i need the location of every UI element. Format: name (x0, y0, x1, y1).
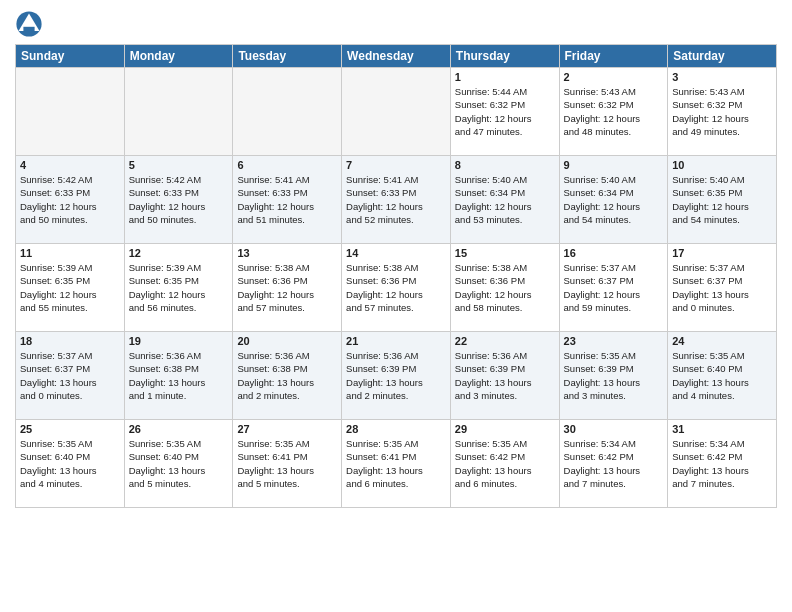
day-number: 27 (237, 423, 337, 435)
day-info: Sunrise: 5:44 AM Sunset: 6:32 PM Dayligh… (455, 85, 555, 138)
day-number: 3 (672, 71, 772, 83)
calendar-cell: 31Sunrise: 5:34 AM Sunset: 6:42 PM Dayli… (668, 420, 777, 508)
day-number: 11 (20, 247, 120, 259)
calendar-cell (16, 68, 125, 156)
day-number: 17 (672, 247, 772, 259)
day-number: 26 (129, 423, 229, 435)
day-info: Sunrise: 5:36 AM Sunset: 6:38 PM Dayligh… (129, 349, 229, 402)
day-info: Sunrise: 5:38 AM Sunset: 6:36 PM Dayligh… (455, 261, 555, 314)
day-number: 8 (455, 159, 555, 171)
day-number: 12 (129, 247, 229, 259)
calendar-cell: 10Sunrise: 5:40 AM Sunset: 6:35 PM Dayli… (668, 156, 777, 244)
calendar-header-thursday: Thursday (450, 45, 559, 68)
logo-icon (15, 10, 43, 38)
calendar-cell (124, 68, 233, 156)
day-info: Sunrise: 5:36 AM Sunset: 6:39 PM Dayligh… (346, 349, 446, 402)
calendar-week-row: 18Sunrise: 5:37 AM Sunset: 6:37 PM Dayli… (16, 332, 777, 420)
calendar-cell: 7Sunrise: 5:41 AM Sunset: 6:33 PM Daylig… (342, 156, 451, 244)
calendar-header-tuesday: Tuesday (233, 45, 342, 68)
calendar-cell: 14Sunrise: 5:38 AM Sunset: 6:36 PM Dayli… (342, 244, 451, 332)
day-number: 25 (20, 423, 120, 435)
day-number: 18 (20, 335, 120, 347)
calendar-cell: 20Sunrise: 5:36 AM Sunset: 6:38 PM Dayli… (233, 332, 342, 420)
calendar-cell: 17Sunrise: 5:37 AM Sunset: 6:37 PM Dayli… (668, 244, 777, 332)
day-info: Sunrise: 5:35 AM Sunset: 6:42 PM Dayligh… (455, 437, 555, 490)
logo (15, 10, 47, 38)
day-number: 24 (672, 335, 772, 347)
calendar-cell: 15Sunrise: 5:38 AM Sunset: 6:36 PM Dayli… (450, 244, 559, 332)
day-info: Sunrise: 5:38 AM Sunset: 6:36 PM Dayligh… (237, 261, 337, 314)
calendar-cell: 24Sunrise: 5:35 AM Sunset: 6:40 PM Dayli… (668, 332, 777, 420)
day-number: 5 (129, 159, 229, 171)
day-number: 22 (455, 335, 555, 347)
calendar-header-saturday: Saturday (668, 45, 777, 68)
calendar-cell: 6Sunrise: 5:41 AM Sunset: 6:33 PM Daylig… (233, 156, 342, 244)
day-info: Sunrise: 5:37 AM Sunset: 6:37 PM Dayligh… (564, 261, 664, 314)
day-info: Sunrise: 5:35 AM Sunset: 6:40 PM Dayligh… (672, 349, 772, 402)
calendar-cell: 30Sunrise: 5:34 AM Sunset: 6:42 PM Dayli… (559, 420, 668, 508)
calendar-week-row: 11Sunrise: 5:39 AM Sunset: 6:35 PM Dayli… (16, 244, 777, 332)
day-info: Sunrise: 5:42 AM Sunset: 6:33 PM Dayligh… (129, 173, 229, 226)
day-number: 7 (346, 159, 446, 171)
calendar-week-row: 25Sunrise: 5:35 AM Sunset: 6:40 PM Dayli… (16, 420, 777, 508)
day-info: Sunrise: 5:43 AM Sunset: 6:32 PM Dayligh… (672, 85, 772, 138)
day-number: 31 (672, 423, 772, 435)
day-info: Sunrise: 5:34 AM Sunset: 6:42 PM Dayligh… (564, 437, 664, 490)
calendar-header-row: SundayMondayTuesdayWednesdayThursdayFrid… (16, 45, 777, 68)
day-number: 4 (20, 159, 120, 171)
day-info: Sunrise: 5:41 AM Sunset: 6:33 PM Dayligh… (346, 173, 446, 226)
calendar-cell: 22Sunrise: 5:36 AM Sunset: 6:39 PM Dayli… (450, 332, 559, 420)
day-info: Sunrise: 5:37 AM Sunset: 6:37 PM Dayligh… (672, 261, 772, 314)
calendar-cell: 9Sunrise: 5:40 AM Sunset: 6:34 PM Daylig… (559, 156, 668, 244)
day-number: 29 (455, 423, 555, 435)
day-number: 30 (564, 423, 664, 435)
calendar-header-sunday: Sunday (16, 45, 125, 68)
calendar-cell: 19Sunrise: 5:36 AM Sunset: 6:38 PM Dayli… (124, 332, 233, 420)
day-number: 13 (237, 247, 337, 259)
day-info: Sunrise: 5:35 AM Sunset: 6:40 PM Dayligh… (20, 437, 120, 490)
day-info: Sunrise: 5:43 AM Sunset: 6:32 PM Dayligh… (564, 85, 664, 138)
day-number: 14 (346, 247, 446, 259)
calendar-cell: 2Sunrise: 5:43 AM Sunset: 6:32 PM Daylig… (559, 68, 668, 156)
day-number: 19 (129, 335, 229, 347)
day-info: Sunrise: 5:34 AM Sunset: 6:42 PM Dayligh… (672, 437, 772, 490)
day-number: 28 (346, 423, 446, 435)
page: SundayMondayTuesdayWednesdayThursdayFrid… (0, 0, 792, 612)
calendar-cell: 23Sunrise: 5:35 AM Sunset: 6:39 PM Dayli… (559, 332, 668, 420)
day-number: 9 (564, 159, 664, 171)
calendar-week-row: 4Sunrise: 5:42 AM Sunset: 6:33 PM Daylig… (16, 156, 777, 244)
calendar-header-friday: Friday (559, 45, 668, 68)
calendar-cell: 5Sunrise: 5:42 AM Sunset: 6:33 PM Daylig… (124, 156, 233, 244)
day-number: 2 (564, 71, 664, 83)
calendar-cell: 29Sunrise: 5:35 AM Sunset: 6:42 PM Dayli… (450, 420, 559, 508)
calendar-cell: 13Sunrise: 5:38 AM Sunset: 6:36 PM Dayli… (233, 244, 342, 332)
day-info: Sunrise: 5:41 AM Sunset: 6:33 PM Dayligh… (237, 173, 337, 226)
day-info: Sunrise: 5:38 AM Sunset: 6:36 PM Dayligh… (346, 261, 446, 314)
day-number: 21 (346, 335, 446, 347)
day-info: Sunrise: 5:39 AM Sunset: 6:35 PM Dayligh… (129, 261, 229, 314)
day-info: Sunrise: 5:35 AM Sunset: 6:41 PM Dayligh… (237, 437, 337, 490)
calendar: SundayMondayTuesdayWednesdayThursdayFrid… (15, 44, 777, 508)
calendar-cell: 16Sunrise: 5:37 AM Sunset: 6:37 PM Dayli… (559, 244, 668, 332)
calendar-cell: 28Sunrise: 5:35 AM Sunset: 6:41 PM Dayli… (342, 420, 451, 508)
calendar-cell (342, 68, 451, 156)
day-info: Sunrise: 5:40 AM Sunset: 6:34 PM Dayligh… (455, 173, 555, 226)
svg-rect-2 (23, 27, 34, 31)
calendar-cell: 3Sunrise: 5:43 AM Sunset: 6:32 PM Daylig… (668, 68, 777, 156)
calendar-week-row: 1Sunrise: 5:44 AM Sunset: 6:32 PM Daylig… (16, 68, 777, 156)
calendar-cell: 26Sunrise: 5:35 AM Sunset: 6:40 PM Dayli… (124, 420, 233, 508)
day-number: 23 (564, 335, 664, 347)
day-info: Sunrise: 5:35 AM Sunset: 6:41 PM Dayligh… (346, 437, 446, 490)
day-number: 1 (455, 71, 555, 83)
calendar-cell: 8Sunrise: 5:40 AM Sunset: 6:34 PM Daylig… (450, 156, 559, 244)
day-info: Sunrise: 5:42 AM Sunset: 6:33 PM Dayligh… (20, 173, 120, 226)
header (15, 10, 777, 38)
day-info: Sunrise: 5:40 AM Sunset: 6:35 PM Dayligh… (672, 173, 772, 226)
day-info: Sunrise: 5:40 AM Sunset: 6:34 PM Dayligh… (564, 173, 664, 226)
day-info: Sunrise: 5:37 AM Sunset: 6:37 PM Dayligh… (20, 349, 120, 402)
day-number: 15 (455, 247, 555, 259)
calendar-cell: 11Sunrise: 5:39 AM Sunset: 6:35 PM Dayli… (16, 244, 125, 332)
day-number: 10 (672, 159, 772, 171)
day-info: Sunrise: 5:36 AM Sunset: 6:39 PM Dayligh… (455, 349, 555, 402)
calendar-header-wednesday: Wednesday (342, 45, 451, 68)
